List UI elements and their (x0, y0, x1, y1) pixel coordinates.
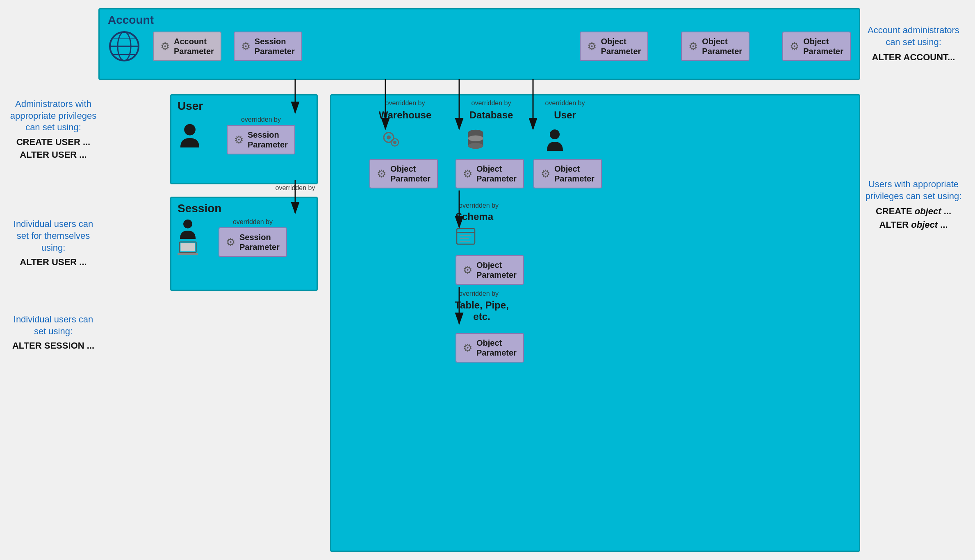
override-user-label: overridden by (538, 100, 592, 107)
gear-icon-session-acct: ⚙ (241, 40, 251, 53)
user-box: User overridden by ⚙ SessionParameter (170, 94, 318, 184)
object-param-table-label: ObjectParameter (476, 338, 517, 358)
gear-icon-table: ⚙ (463, 342, 472, 354)
account-right-text: Account administrators can set using: (860, 25, 967, 48)
object-param-label-1: ObjectParameter (601, 36, 641, 56)
user-inner: overridden by ⚙ SessionParameter (178, 116, 310, 154)
svg-point-21 (393, 141, 396, 144)
svg-point-19 (387, 136, 391, 140)
object-param-schema-label: ObjectParameter (476, 260, 517, 280)
svg-point-25 (468, 135, 483, 141)
session-param-label-account: SessionParameter (255, 36, 295, 56)
database-icon (465, 128, 486, 151)
table-title: Table, Pipe, etc. (451, 299, 513, 322)
gear-icon-obj3: ⚙ (790, 40, 799, 53)
gear-icon-wh: ⚙ (377, 168, 386, 180)
object-param-schema: ⚙ ObjectParameter (456, 255, 524, 285)
object-param-label-3: ObjectParameter (803, 36, 843, 56)
person-icon-obj (546, 128, 564, 151)
svg-rect-16 (180, 243, 195, 251)
account-box: Account ⚙ AccountParameter ⚙ (98, 8, 860, 80)
session-annotation-command: ALTER SESSION ... (8, 340, 98, 352)
object-param-table: ⚙ ObjectParameter (456, 333, 524, 363)
svg-point-26 (550, 129, 560, 139)
warehouse-title: Warehouse (374, 109, 436, 121)
gear-icon-db: ⚙ (463, 168, 472, 180)
gear-icon-obj2: ⚙ (688, 40, 698, 53)
gear-icon-account: ⚙ (160, 40, 170, 53)
override-table-label: overridden by (459, 290, 499, 297)
session-title: Session (178, 202, 310, 215)
object-param-box-3: ⚙ ObjectParameter (782, 32, 851, 61)
object-param-label-2: ObjectParameter (702, 36, 742, 56)
left-annotations: Administrators with appropriate privileg… (8, 8, 98, 552)
user-title: User (178, 100, 310, 113)
session-annotation-text: Individual users can set using: (8, 314, 98, 337)
object-param-wh: ⚙ ObjectParameter (369, 159, 438, 188)
override-label-user-session: overridden by (264, 184, 326, 192)
svg-rect-17 (178, 253, 198, 255)
object-param-box-2: ⚙ ObjectParameter (681, 32, 749, 61)
svg-rect-27 (457, 229, 475, 244)
object-param-wh-label: ObjectParameter (390, 164, 431, 184)
svg-point-24 (468, 143, 483, 149)
schema-icon (456, 227, 476, 246)
override-schema-label: overridden by (459, 202, 499, 209)
user-obj-title: User (538, 109, 592, 121)
object-right-text: Users with appropriate privileges can se… (860, 179, 967, 202)
alter-user-text: Individual users can set for themselves … (8, 218, 98, 254)
diagram-area: Account ⚙ AccountParameter ⚙ (98, 8, 860, 552)
person-icon-user (178, 123, 202, 147)
database-title: Database (460, 109, 522, 121)
admin-annotation-text: Administrators with appropriate privileg… (8, 98, 98, 134)
account-inner: ⚙ AccountParameter ⚙ SessionParameter ⚙ … (108, 30, 851, 63)
account-param-box: ⚙ AccountParameter (153, 32, 221, 61)
session-param-label-user: SessionParameter (248, 130, 288, 150)
alter-user-annotation: Individual users can set for themselves … (8, 218, 98, 269)
object-param-user-obj: ⚙ ObjectParameter (533, 159, 602, 188)
object-param-box-1: ⚙ ObjectParameter (580, 32, 648, 61)
account-right-command: ALTER ACCOUNT... (860, 50, 967, 64)
session-annotation: Individual users can set using: ALTER SE… (8, 314, 98, 352)
admin-annotation-command: CREATE USER ...ALTER USER ... (8, 136, 98, 161)
svg-point-13 (184, 124, 196, 136)
account-title: Account (108, 14, 851, 27)
account-right-annotation: Account administrators can set using: AL… (860, 25, 967, 64)
gear-icon-session-user: ⚙ (234, 134, 244, 146)
gear-icon-session-session: ⚙ (226, 236, 235, 249)
right-annotations: Account administrators can set using: AL… (860, 8, 967, 552)
session-param-box-account: ⚙ SessionParameter (234, 32, 302, 61)
globe-icon (108, 30, 141, 63)
alter-user-command: ALTER USER ... (8, 256, 98, 269)
session-param-label-session: SessionParameter (239, 232, 280, 252)
objects-box: overridden by Warehouse overridden by Da… (330, 94, 860, 552)
object-right-annotation: Users with appropriate privileges can se… (860, 179, 967, 231)
gear-icon-schema: ⚙ (463, 264, 472, 277)
session-box: Session overridden by (170, 197, 318, 291)
session-param-box-user: ⚙ SessionParameter (227, 125, 295, 154)
account-param-label: AccountParameter (174, 36, 214, 56)
schema-title: Schema (456, 211, 493, 222)
laptop-icon (178, 240, 198, 257)
session-param-box-session: ⚙ SessionParameter (219, 227, 287, 257)
session-inner: overridden by ⚙ SessionParameter (178, 218, 310, 257)
object-param-db: ⚙ ObjectParameter (456, 159, 524, 188)
main-container: Administrators with appropriate privileg… (8, 8, 967, 552)
object-right-command: CREATE object ...ALTER object ... (860, 204, 967, 231)
override-label-user: overridden by (227, 116, 295, 123)
svg-point-14 (183, 220, 192, 229)
gear-icon-obj1: ⚙ (587, 40, 597, 53)
object-param-db-label: ObjectParameter (476, 164, 517, 184)
admin-annotation: Administrators with appropriate privileg… (8, 98, 98, 161)
override-wh-label: overridden by (374, 100, 436, 107)
gear-icon-user-obj: ⚙ (541, 168, 550, 180)
override-label-session: overridden by (219, 218, 287, 226)
warehouse-icon (380, 128, 401, 151)
override-db-label: overridden by (460, 100, 522, 107)
object-param-user-obj-label: ObjectParameter (554, 164, 595, 184)
person-icon-session (178, 218, 198, 239)
